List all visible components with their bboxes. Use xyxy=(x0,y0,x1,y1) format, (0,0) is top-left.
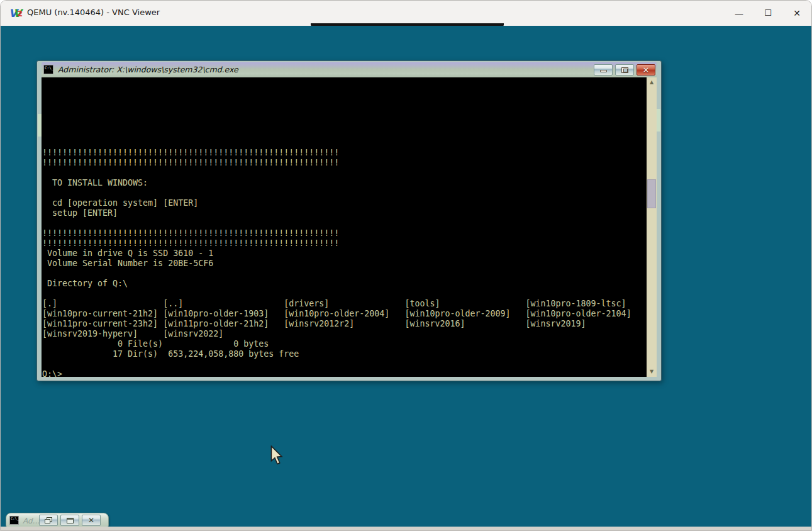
cmd-window-title: Administrator: X:\windows\system32\cmd.e… xyxy=(58,65,238,74)
terminal-line xyxy=(42,108,647,118)
cmd-icon: C:\_ xyxy=(9,516,19,525)
vnc-logo-two-red: 2 xyxy=(17,9,23,18)
terminal-line xyxy=(42,98,647,108)
close-icon: ✕ xyxy=(637,65,655,75)
terminal-line: [win10pro-current-21h2] [win10pro-older-… xyxy=(42,309,647,319)
minimized-cmd-window[interactable]: C:\_ Ad... ✕ xyxy=(6,513,109,528)
terminal-line: Volume Serial Number is 20BE-5CF6 xyxy=(42,259,647,269)
cmd-body: !!!!!!!!!!!!!!!!!!!!!!!!!!!!!!!!!!!!!!!!… xyxy=(42,77,657,377)
terminal-line xyxy=(42,188,647,198)
terminal-line xyxy=(42,128,647,138)
terminal-line: [winsrv2019-hyperv] [winsrv2022] xyxy=(42,329,647,339)
vnc-logo-icon: V V 2 xyxy=(9,6,24,20)
terminal-line xyxy=(42,359,647,369)
restore-icon xyxy=(45,517,53,524)
cmd-minimize-button[interactable] xyxy=(594,64,613,75)
maximize-button[interactable] xyxy=(60,515,79,526)
terminal-line xyxy=(42,218,647,228)
terminal-line xyxy=(42,118,647,128)
vnc-maximize-button[interactable]: ☐ xyxy=(754,1,782,26)
terminal-line: Q:\> xyxy=(42,369,647,377)
close-button[interactable]: ✕ xyxy=(82,515,101,526)
vnc-close-button[interactable]: ✕ xyxy=(782,1,811,26)
terminal-line xyxy=(42,269,647,279)
minimized-window-title: Ad... xyxy=(23,517,40,525)
vnc-window-title: QEMU (nv.140464) - VNC Viewer xyxy=(27,8,160,17)
cmd-titlebar[interactable]: C:\_ Administrator: X:\windows\system32\… xyxy=(42,62,657,77)
terminal-line: TO INSTALL WINDOWS: xyxy=(42,178,647,188)
cmd-maximize-button[interactable] xyxy=(615,64,634,75)
vnc-minimize-button[interactable]: — xyxy=(725,1,754,26)
remote-desktop: C:\_ Administrator: X:\windows\system32\… xyxy=(1,26,811,528)
window-border-accent-right xyxy=(657,109,660,131)
terminal-line: cd [operation system] [ENTER] xyxy=(42,198,647,208)
terminal-line xyxy=(42,138,647,148)
terminal-line: !!!!!!!!!!!!!!!!!!!!!!!!!!!!!!!!!!!!!!!!… xyxy=(42,228,647,238)
cmd-close-button[interactable]: ✕ xyxy=(637,64,655,75)
terminal-line: !!!!!!!!!!!!!!!!!!!!!!!!!!!!!!!!!!!!!!!!… xyxy=(42,158,647,168)
terminal-line xyxy=(42,168,647,178)
scrollbar-down-arrow-icon[interactable]: ▼ xyxy=(647,367,657,377)
maximize-icon xyxy=(66,517,74,524)
terminal-line: [win11pro-current-23h2] [win11pro-older-… xyxy=(42,319,647,329)
mouse-cursor-icon xyxy=(270,445,284,466)
terminal-line: 17 Dir(s) 653,224,058,880 bytes free xyxy=(42,349,647,359)
terminal-line xyxy=(42,87,647,98)
vnc-viewer-window: V V 2 QEMU (nv.140464) - VNC Viewer — ☐ … xyxy=(0,0,812,531)
terminal-output[interactable]: !!!!!!!!!!!!!!!!!!!!!!!!!!!!!!!!!!!!!!!!… xyxy=(42,77,647,377)
minimized-window-controls: ✕ xyxy=(39,515,101,526)
cmd-window-controls: ✕ xyxy=(594,64,655,75)
restore-button[interactable] xyxy=(39,515,58,526)
terminal-line xyxy=(42,77,647,87)
terminal-line xyxy=(42,289,647,299)
terminal-line: 0 File(s) 0 bytes xyxy=(42,339,647,349)
minimize-icon xyxy=(600,70,607,72)
terminal-line: [.] [..] [drivers] [tools] [win10pro-180… xyxy=(42,299,647,309)
scrollbar-thumb[interactable] xyxy=(647,179,656,208)
bottom-edge-strip xyxy=(1,527,811,530)
maximize-icon xyxy=(621,67,628,73)
cmd-window: C:\_ Administrator: X:\windows\system32\… xyxy=(36,60,662,381)
terminal-scrollbar[interactable]: ▲ ▼ xyxy=(647,77,657,377)
terminal-line: !!!!!!!!!!!!!!!!!!!!!!!!!!!!!!!!!!!!!!!!… xyxy=(42,238,647,249)
terminal-line: Directory of Q:\ xyxy=(42,279,647,289)
terminal-line: setup [ENTER] xyxy=(42,208,647,218)
scrollbar-up-arrow-icon[interactable]: ▲ xyxy=(647,77,657,87)
cmd-icon: C:\_ xyxy=(43,65,53,74)
vnc-titlebar[interactable]: V V 2 QEMU (nv.140464) - VNC Viewer — ☐ … xyxy=(1,1,811,26)
close-icon: ✕ xyxy=(82,515,100,525)
terminal-line: !!!!!!!!!!!!!!!!!!!!!!!!!!!!!!!!!!!!!!!!… xyxy=(42,148,647,158)
terminal-line: Volume in drive Q is SSD 3610 - 1 xyxy=(42,249,647,259)
